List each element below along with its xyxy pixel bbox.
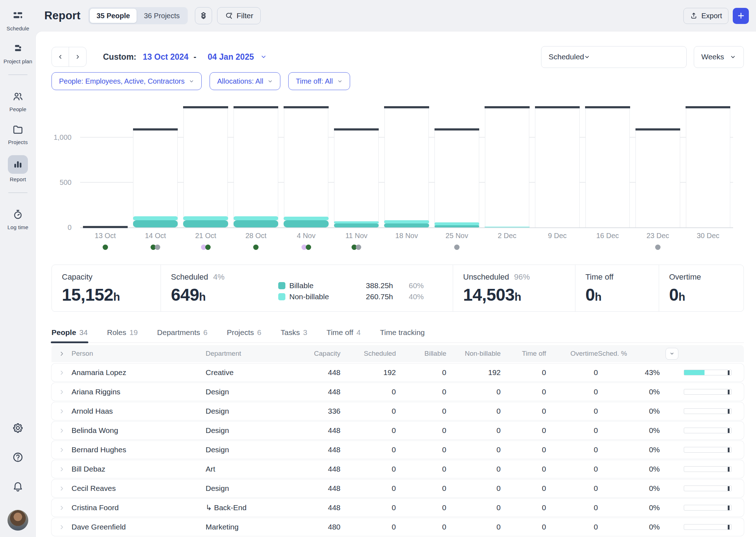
row-expand-chevron-icon[interactable] [51,466,72,472]
project-plan-icon [11,41,25,56]
marker-dot-slot [231,245,281,250]
chart-bar-30-dec[interactable] [683,92,733,227]
sidebar-item-log-time[interactable]: Log time [0,207,36,230]
date-range-caret[interactable] [260,54,267,60]
chart-bar-2-dec[interactable] [482,92,532,227]
row-expand-chevron-icon[interactable] [51,486,72,492]
sidebar-item-label: Projects [8,139,28,145]
scheduled-cell: 0 [340,484,396,493]
non-billable-cell: 0 [446,503,501,512]
sidebar-item-people[interactable]: People [0,89,36,112]
expand-all-chevron-icon[interactable] [51,351,72,357]
chart-bar-25-nov[interactable] [432,92,482,227]
metric-select[interactable]: Scheduled [541,46,687,68]
table-row[interactable]: Anamaria LopezCreative44819201920043% [51,364,744,381]
export-button[interactable]: Export [683,8,728,24]
date-end-link[interactable]: 04 Jan 2025 [208,52,254,62]
sched-percent-bar [660,524,744,530]
scheduled-cell: 0 [340,465,396,473]
tab-roles[interactable]: Roles19 [107,328,138,337]
settings-button[interactable] [12,422,24,434]
layers-button[interactable] [195,7,212,24]
filter-button[interactable]: Filter [217,7,261,24]
help-button[interactable] [12,451,24,463]
chart-bar-23-dec[interactable] [633,92,683,227]
table-row[interactable]: Ariana RigginsDesign448000000% [51,383,744,401]
next-week-button[interactable] [69,47,86,66]
chart-bar-13-oct[interactable] [80,92,130,227]
table-header: PersonDepartmentCapacityScheduledBillabl… [51,345,744,362]
chart-bar-16-dec[interactable] [583,92,633,227]
chart-bar-28-oct[interactable] [231,92,281,227]
legend-row-non-billable: Non-billable260.75h40% [278,291,424,302]
prev-week-button[interactable] [52,47,69,66]
legend-row-billable: Billable388.25h60% [278,280,424,291]
sidebar-item-schedule[interactable]: Schedule [0,9,36,31]
sched-bar-capacity-marker [728,486,730,491]
date-start-link[interactable]: 13 Oct 2024 [143,52,188,62]
add-button[interactable] [733,8,749,24]
row-expand-chevron-icon[interactable] [51,524,72,530]
tab-time-tracking[interactable]: Time tracking [380,328,425,337]
table-row[interactable]: Cecil ReavesDesign448000000% [51,479,744,497]
row-expand-chevron-icon[interactable] [51,408,72,414]
table-row[interactable]: Belinda WongDesign448000000% [51,422,744,439]
billable-segment [435,225,479,227]
tab-projects[interactable]: Projects6 [227,328,261,337]
unscheduled-value: 14,503h [463,285,575,305]
sched-percent-options-button[interactable] [666,348,678,360]
table-row[interactable]: Cristina Foord↳ Back-End448000000% [51,499,744,517]
chart-plot-area [80,92,733,227]
chart-bar-4-nov[interactable] [281,92,331,227]
x-tick-label: 18 Nov [382,232,432,240]
row-expand-chevron-icon[interactable] [51,428,72,434]
notifications-button[interactable] [12,481,24,493]
filter-pill-2[interactable]: Time off: All [288,72,350,90]
sidebar-item-projects[interactable]: Projects [0,122,36,145]
table-row[interactable]: Bernard HughesDesign448000000% [51,441,744,459]
sched-bar-capacity-marker [728,506,730,510]
non-billable-segment [384,220,429,223]
sched-percent-cell: 43% [598,368,660,377]
scheduled-cell: 0 [340,407,396,415]
filter-pill-1[interactable]: Allocations: All [210,72,280,90]
time-off-cell: 0 [501,484,546,493]
unscheduled-card: Unscheduled 96% 14,503h [453,265,575,311]
toggle-people-button[interactable]: 35 People [89,8,137,23]
toggle-projects-button[interactable]: 36 Projects [137,8,186,23]
filter-pill-0[interactable]: People: Employees, Active, Contractors [51,72,202,90]
tab-tasks[interactable]: Tasks3 [281,328,307,337]
unscheduled-percent: 96% [514,272,530,282]
overtime-label: Overtime [669,272,701,282]
tab-label: Time tracking [380,328,425,337]
chart-bar-9-dec[interactable] [532,92,582,227]
row-expand-chevron-icon[interactable] [51,370,72,376]
chart-bar-14-oct[interactable] [130,92,180,227]
row-expand-chevron-icon[interactable] [51,389,72,395]
table-row[interactable]: Bill DebazArt448000000% [51,460,744,478]
overtime-value: 0h [669,285,743,305]
interval-select[interactable]: Weeks [694,46,744,68]
row-expand-chevron-icon[interactable] [51,505,72,511]
capacity-cell: 336 [308,407,340,415]
tab-label: People [51,328,76,337]
capacity-cap [83,226,128,228]
department-name: Creative [206,368,308,377]
marker-dot-slot [532,245,582,250]
column-header-scheduled: Scheduled [340,350,396,358]
user-avatar[interactable] [8,510,28,531]
tab-time-off[interactable]: Time off4 [327,328,360,337]
tab-people[interactable]: People34 [51,328,88,337]
sched-percent-cell: 0% [598,523,660,531]
scheduled-cell: 0 [340,445,396,454]
tab-departments[interactable]: Departments6 [157,328,207,337]
chart-bar-18-nov[interactable] [382,92,432,227]
row-expand-chevron-icon[interactable] [51,447,72,453]
department-name: Design [206,484,308,493]
table-row[interactable]: Arnold HaasDesign336000000% [51,402,744,420]
chart-bar-11-nov[interactable] [331,92,381,227]
table-row[interactable]: Dave GreenfieldMarketing480000000% [51,518,744,536]
sidebar-item-project-plan[interactable]: Project plan [0,41,36,64]
chart-bar-21-oct[interactable] [181,92,231,227]
sidebar-item-report[interactable]: Report [0,155,36,182]
